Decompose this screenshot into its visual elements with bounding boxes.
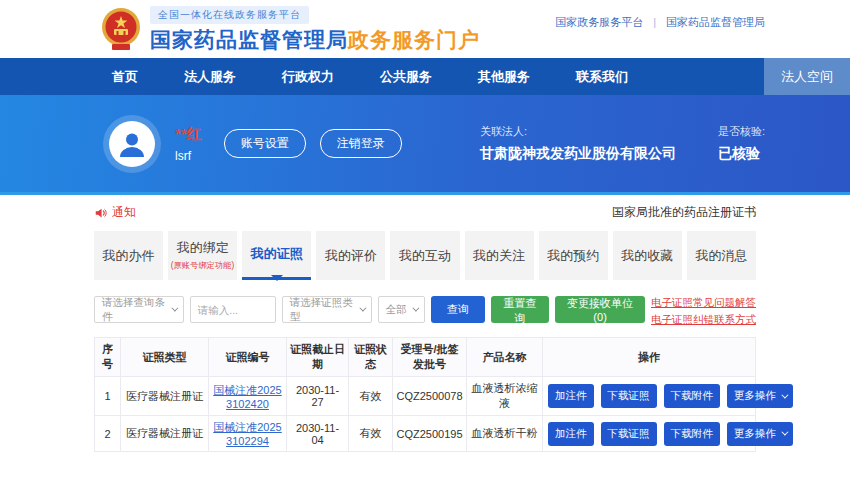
logout-button[interactable]: 注销登录 [320, 129, 402, 158]
page-title: 国家药品监督管理局政务服务门户 [150, 26, 480, 54]
cert-status: 有效 [349, 416, 393, 452]
user-icon [115, 127, 149, 161]
avatar-inner [109, 121, 155, 167]
tab-my-interactions[interactable]: 我的互动 [390, 231, 459, 280]
account-settings-button[interactable]: 账号设置 [224, 129, 306, 158]
nav-item-other-services[interactable]: 其他服务 [478, 68, 530, 86]
cert-type: 医疗器械注册证 [121, 377, 209, 416]
user-name: **红 [175, 125, 202, 144]
nav-item-legal-services[interactable]: 法人服务 [184, 68, 236, 86]
cert-number-cell: 国械注准20253102294 [209, 416, 287, 452]
tab-my-binding[interactable]: 我的绑定 (原账号绑定功能) [168, 231, 237, 280]
product-name: 血液透析浓缩液 [467, 377, 543, 416]
top-link-divider: | [653, 16, 656, 28]
site-subtitle: 政务服务门户 [348, 28, 480, 51]
column-header-expiry: 证照截止日期 [287, 338, 349, 377]
site-header: 全国一体化在线政务服务平台 国家药品监督管理局政务服务门户 国家政务服务平台 |… [0, 0, 850, 58]
verify-value: 已核验 [718, 145, 765, 163]
tab-my-follows[interactable]: 我的关注 [465, 231, 534, 280]
cert-status: 有效 [349, 377, 393, 416]
table-row: 2 医疗器械注册证 国械注准20253102294 2030-11-04 有效 … [95, 416, 756, 452]
annotate-button[interactable]: 加注件 [548, 422, 594, 446]
tab-my-binding-subnote: (原账号绑定功能) [171, 260, 234, 272]
query-button[interactable]: 查询 [431, 296, 484, 323]
filter-row: 请选择查询条件 请选择证照类型 全部 查询 重置查询 变更接收单位(0) 电子证… [94, 296, 756, 327]
cert-expiry: 2030-11-27 [287, 377, 349, 416]
chevron-down-icon [413, 305, 420, 312]
chevron-down-icon [781, 429, 788, 436]
download-attachment-button[interactable]: 下载附件 [664, 422, 720, 446]
cert-number-cell: 国械注准20253102420 [209, 377, 287, 416]
nav-item-legal-space[interactable]: 法人空间 [764, 58, 850, 95]
tab-my-items[interactable]: 我的办件 [94, 231, 163, 280]
column-header-no: 序号 [95, 338, 121, 377]
column-header-cert-no: 证照编号 [209, 338, 287, 377]
notice-text[interactable]: 国家局批准的药品注册证书 [612, 204, 756, 221]
verification-status: 是否核验: 已核验 [718, 124, 765, 163]
top-link-nmpa[interactable]: 国家药品监督管理局 [666, 15, 765, 30]
actions-cell: 加注件 下载证照 下载附件 更多操作 [543, 416, 756, 452]
scope-select[interactable]: 全部 [378, 296, 426, 323]
site-title: 国家药品监督管理局 [150, 28, 348, 51]
tab-my-messages[interactable]: 我的消息 [687, 231, 756, 280]
accept-number: CQZ2500078 [393, 377, 467, 416]
column-header-accept-no: 受理号/批签发批号 [393, 338, 467, 377]
annotate-button[interactable]: 加注件 [548, 384, 594, 408]
user-name-block: **红 lsrf [175, 125, 202, 163]
speaker-icon [94, 206, 108, 220]
more-actions-button[interactable]: 更多操作 [727, 384, 793, 408]
cert-type-select[interactable]: 请选择证照类型 [282, 296, 372, 323]
keyword-input[interactable] [190, 296, 276, 323]
nav-item-public-services[interactable]: 公共服务 [380, 68, 432, 86]
tab-my-appointments[interactable]: 我的预约 [539, 231, 608, 280]
related-legal-label: 关联法人: [480, 124, 676, 139]
table-header-row: 序号 证照类型 证照编号 证照截止日期 证照状态 受理号/批签发批号 产品名称 … [95, 338, 756, 377]
tab-my-favorites[interactable]: 我的收藏 [613, 231, 682, 280]
tab-my-evaluations[interactable]: 我的评价 [316, 231, 385, 280]
actions-cell: 加注件 下载证照 下载附件 更多操作 [543, 377, 756, 416]
tabs: 我的办件 我的绑定 (原账号绑定功能) 我的证照 我的评价 我的互动 我的关注 … [94, 231, 756, 280]
related-legal-entity: 关联法人: 甘肃陇神戎发药业股份有限公司 [480, 124, 676, 163]
top-link-gov-platform[interactable]: 国家政务服务平台 [555, 15, 643, 30]
product-name: 血液透析干粉 [467, 416, 543, 452]
user-hero: **红 lsrf 账号设置 注销登录 关联法人: 甘肃陇神戎发药业股份有限公司 … [0, 95, 850, 195]
row-no: 1 [95, 377, 121, 416]
main-content: 通知 国家局批准的药品注册证书 我的办件 我的绑定 (原账号绑定功能) 我的证照… [94, 204, 756, 452]
chevron-down-icon [171, 305, 178, 312]
account-buttons: 账号设置 注销登录 [224, 129, 402, 158]
platform-badge: 全国一体化在线政务服务平台 [150, 6, 309, 24]
cert-type: 医疗器械注册证 [121, 416, 209, 452]
download-cert-button[interactable]: 下载证照 [601, 422, 657, 446]
column-header-product: 产品名称 [467, 338, 543, 377]
cert-faq-link[interactable]: 电子证照常见问题解答 [651, 296, 756, 310]
nav-item-admin-power[interactable]: 行政权力 [282, 68, 334, 86]
verify-label: 是否核验: [718, 124, 765, 139]
chevron-down-icon [359, 305, 366, 312]
cert-number-link[interactable]: 国械注准20253102294 [213, 421, 281, 447]
accept-number: CQZ2500195 [393, 416, 467, 452]
user-account: lsrf [175, 149, 202, 163]
cert-expiry: 2030-11-04 [287, 416, 349, 452]
change-receiver-button[interactable]: 变更接收单位(0) [555, 296, 645, 323]
certificates-table: 序号 证照类型 证照编号 证照截止日期 证照状态 受理号/批签发批号 产品名称 … [94, 337, 756, 452]
nav-items: 首页 法人服务 行政权力 公共服务 其他服务 联系我们 [0, 58, 764, 95]
related-legal-value: 甘肃陇神戎发药业股份有限公司 [480, 145, 676, 163]
reset-query-button[interactable]: 重置查询 [491, 296, 550, 323]
brand: 全国一体化在线政务服务平台 国家药品监督管理局政务服务门户 [100, 4, 480, 54]
brand-text: 全国一体化在线政务服务平台 国家药品监督管理局政务服务门户 [150, 4, 480, 54]
column-header-type: 证照类型 [121, 338, 209, 377]
query-condition-select[interactable]: 请选择查询条件 [94, 296, 184, 323]
tab-my-certificates[interactable]: 我的证照 [242, 231, 311, 280]
more-actions-button[interactable]: 更多操作 [727, 422, 793, 446]
national-emblem-icon [100, 7, 142, 53]
download-cert-button[interactable]: 下载证照 [601, 384, 657, 408]
nav-item-home[interactable]: 首页 [112, 68, 138, 86]
table-row: 1 医疗器械注册证 国械注准20253102420 2030-11-27 有效 … [95, 377, 756, 416]
row-no: 2 [95, 416, 121, 452]
column-header-status: 证照状态 [349, 338, 393, 377]
chevron-down-icon [781, 391, 788, 398]
download-attachment-button[interactable]: 下载附件 [664, 384, 720, 408]
nav-item-contact[interactable]: 联系我们 [576, 68, 628, 86]
cert-number-link[interactable]: 国械注准20253102420 [213, 384, 281, 410]
cert-contact-link[interactable]: 电子证照纠错联系方式 [651, 313, 756, 327]
